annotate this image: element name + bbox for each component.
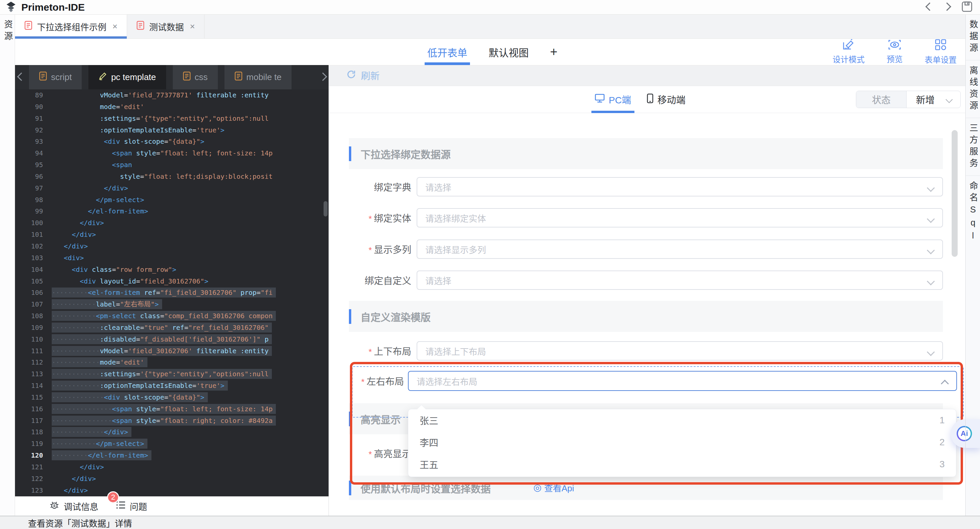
debug-info-button[interactable]: 调试信息 (50, 500, 99, 512)
rail-item-resources[interactable]: 资源 (0, 20, 15, 43)
code-text: </div> (52, 461, 329, 473)
multi-column-select[interactable]: 请选择显示多列 (417, 240, 943, 259)
view-api-link[interactable]: ◎ 查看Api (533, 481, 574, 494)
back-icon[interactable] (927, 4, 932, 11)
view-tab-1[interactable]: 默认视图 (488, 39, 529, 65)
placeholder: 请选择左右布局 (417, 375, 477, 387)
code-line: 123 </div> (15, 485, 329, 496)
editor-tab-pc-template[interactable]: pc template (88, 65, 166, 89)
selected-text: ·············<div slot-scope="{data}"> (52, 392, 208, 402)
rail-item-1[interactable]: 离线资源 (966, 66, 980, 113)
editor-tab-script[interactable]: script (29, 65, 82, 89)
bind-entity-select[interactable]: 请选择绑定实体 (417, 208, 943, 227)
bind-custom-select[interactable]: 请选择 (417, 270, 943, 290)
file-icon (39, 71, 47, 83)
file-tab-label: 下拉选择组件示例 (37, 21, 107, 33)
problems-label: 问题 (130, 500, 147, 512)
line-number: 118 (15, 426, 52, 438)
save-icon[interactable] (961, 1, 973, 14)
vertical-layout-select[interactable]: 请选择上下布局 (417, 341, 943, 361)
section-title: 使用默认布局时设置选择数据 (361, 481, 491, 495)
code-line: 102 </div> (15, 240, 329, 252)
code-line: 116···············<span style="float: le… (15, 403, 329, 415)
refresh-bar: 刷新 (329, 65, 965, 86)
file-tab-1[interactable]: 测试数据× (127, 14, 204, 38)
tabs-scroll-left-icon[interactable] (18, 74, 24, 81)
file-icon (234, 71, 242, 83)
file-tab-0[interactable]: 下拉选择组件示例× (15, 14, 127, 38)
line-number: 109 (15, 322, 52, 334)
panel-divider (965, 14, 966, 516)
line-number: 119 (15, 438, 52, 450)
code-area[interactable]: 89 vModel='field_77377871' filterable :e… (15, 89, 329, 496)
close-icon[interactable]: × (112, 21, 118, 32)
whitespace-dots: ··············· (52, 405, 112, 413)
refresh-button[interactable]: 刷新 (361, 69, 380, 82)
design-mode-icon (842, 39, 855, 52)
state-label: 状态 (856, 91, 907, 108)
whitespace-dots: ············ (52, 370, 100, 378)
whitespace-dots: ············· (52, 393, 104, 401)
line-number: 107 (15, 299, 52, 310)
rail-item-2[interactable]: 三方服务 (966, 124, 980, 170)
horizontal-layout-select[interactable]: 请选择左右布局 (408, 371, 957, 391)
refresh-icon[interactable] (346, 69, 356, 82)
code-text: :settings='{"type":"entity","options":nu… (52, 113, 329, 124)
field-label: 绑定实体 (374, 213, 411, 224)
state-select[interactable]: 新增 (907, 91, 960, 108)
dropdown-option-0[interactable]: 张三1 (408, 409, 956, 431)
close-icon[interactable]: × (190, 21, 195, 32)
debug-info-label: 调试信息 (64, 500, 99, 512)
required-asterisk: * (369, 214, 372, 224)
dropdown-option-2[interactable]: 王五3 (408, 453, 956, 475)
code-line: 101 </div> (15, 229, 329, 240)
selected-text: ·········</el-form-item> (52, 450, 151, 460)
action-2[interactable]: 表单设置 (924, 39, 957, 65)
line-number: 99 (15, 205, 52, 217)
code-line: 91 :settings='{"type":"entity","options"… (15, 113, 329, 124)
form-scrollbar[interactable] (951, 130, 958, 257)
selected-text: ············vModel='field_30162706' filt… (52, 346, 272, 356)
editor-tab-mobile-te[interactable]: mobile te (224, 65, 292, 89)
tabs-scroll-right-icon[interactable] (320, 74, 326, 81)
option-label: 王五 (420, 458, 939, 471)
action-0[interactable]: 设计模式 (832, 39, 865, 65)
editor-scrollbar[interactable] (323, 201, 328, 216)
line-number: 106 (15, 287, 52, 299)
whitespace-dots: ············ (52, 324, 100, 332)
bind-dict-select[interactable]: 请选择 (417, 177, 943, 197)
line-number: 122 (15, 473, 52, 485)
editor-tab-label: css (195, 72, 208, 83)
editor-tab-label: pc template (111, 72, 156, 83)
tab-mobile[interactable]: 移动端 (647, 86, 686, 113)
line-number: 111 (15, 345, 52, 357)
selected-text: ·············</div> (52, 427, 131, 437)
tab-pc[interactable]: PC端 (595, 86, 631, 113)
line-number: 113 (15, 368, 52, 380)
code-line: 114············:optionTemplateIsEnable='… (15, 380, 329, 392)
dropdown-option-1[interactable]: 李四2 (408, 431, 956, 453)
forward-icon[interactable] (944, 4, 950, 11)
line-number: 89 (15, 89, 52, 101)
problems-button[interactable]: 问题 (116, 500, 147, 512)
code-line: 104 <div class="row form_row"> (15, 264, 329, 275)
section-custom-template: 自定义渲染模版 (349, 301, 943, 332)
editor-tab-css[interactable]: css (173, 65, 218, 89)
form-settings-icon (935, 39, 947, 53)
line-number: 101 (15, 229, 52, 240)
action-1[interactable]: 预览 (886, 39, 903, 64)
whitespace-dots: ········· (52, 289, 88, 297)
status-text: 查看资源「测试数据」详情 (28, 517, 132, 529)
code-text: <div> (52, 252, 329, 264)
rail-item-3[interactable]: 命名Sql (966, 181, 980, 243)
view-tab-add[interactable]: + (550, 39, 557, 65)
option-label: 张三 (420, 414, 939, 427)
rail-separator (966, 175, 980, 176)
rail-item-0[interactable]: 数据源 (966, 20, 980, 55)
device-tab-row: PC端 移动端 状态 新增 (329, 86, 965, 113)
monitor-icon (595, 94, 605, 105)
selected-text: ···········</pm-select> (52, 438, 148, 449)
view-tab-0[interactable]: 低开表单 (427, 39, 467, 65)
required-asterisk: * (369, 449, 372, 459)
line-number: 123 (15, 485, 52, 496)
